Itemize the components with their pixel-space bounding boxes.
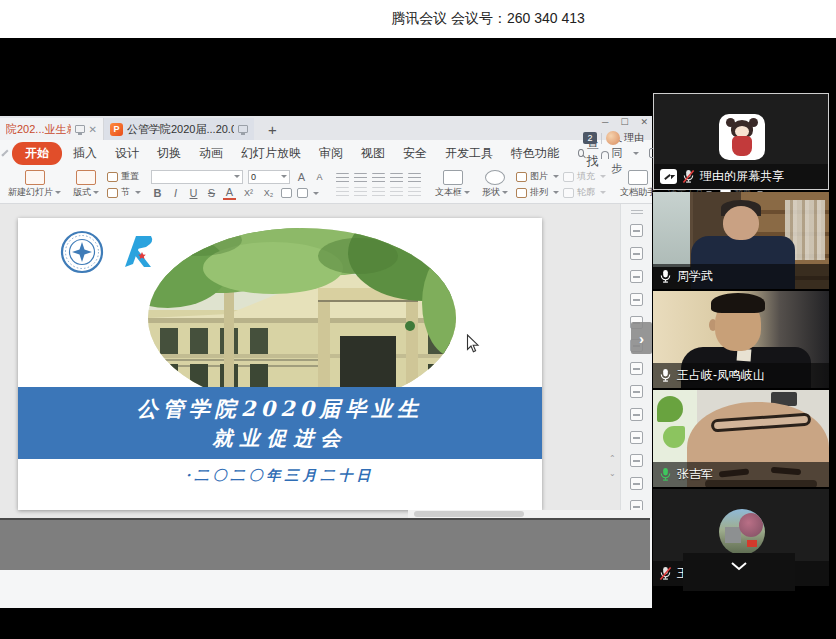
stamp-pane-icon[interactable] — [630, 293, 643, 306]
wps-account-chip[interactable]: 2 理由 — [583, 131, 644, 145]
document-tab-1[interactable]: 院202...业生就业促进会 ✕ — [0, 118, 104, 140]
avatar — [719, 509, 765, 555]
text-box-button[interactable]: 文本框 — [431, 170, 474, 199]
clear-format-icon[interactable] — [281, 188, 292, 198]
align-center-icon[interactable] — [354, 187, 367, 197]
ribbon-tab-animation[interactable]: 动画 — [190, 143, 232, 164]
ribbon-tab-security[interactable]: 安全 — [394, 143, 436, 164]
ribbon-tab-insert[interactable]: 插入 — [64, 143, 106, 164]
account-avatar — [606, 131, 620, 145]
quick-access-icon[interactable] — [1, 149, 8, 156]
message-count-badge: 2 — [583, 132, 597, 144]
image-pane-icon[interactable] — [630, 454, 643, 467]
animation-pane-icon[interactable] — [630, 224, 643, 237]
ribbon-tab-transition[interactable]: 切换 — [148, 143, 190, 164]
screen-share-indicator-icon — [660, 169, 677, 184]
shapes-button[interactable]: 形状 — [478, 170, 512, 199]
pane-grip-icon[interactable] — [631, 210, 643, 214]
font-size-select[interactable]: 0 — [248, 170, 290, 184]
emoji-pane-icon[interactable] — [630, 270, 643, 283]
fill-button[interactable]: 填充 — [563, 170, 606, 183]
bold-button[interactable]: B — [151, 187, 164, 199]
align-left-icon[interactable] — [336, 187, 349, 197]
justify-icon[interactable] — [390, 187, 403, 197]
participant-name: 王占岐-凤鸣岐山 — [677, 367, 765, 384]
screen-share-area: 院202...业生就业促进会 ✕ P 公管学院2020届...20.03.20）… — [0, 38, 836, 639]
participant-video[interactable]: 周学武 — [653, 192, 829, 289]
section-icon — [107, 188, 118, 198]
align-right-icon[interactable] — [372, 187, 385, 197]
ribbon-tab-home[interactable]: 开始 — [12, 142, 62, 165]
presenting-monitor-icon — [75, 125, 85, 133]
numbered-list-icon[interactable] — [354, 173, 367, 183]
layout-icon — [76, 170, 96, 185]
strikethrough-button[interactable]: S — [205, 187, 218, 199]
participant-name-bar: 王占岐-凤鸣岐山 — [653, 363, 829, 388]
slide[interactable]: 公管学院2020届毕业生 就业促进会 ·二〇二〇年三月二十日 — [18, 218, 542, 510]
reset-button[interactable]: 重置 — [107, 170, 141, 183]
export-pane-icon[interactable] — [630, 408, 643, 421]
cloud-icon — [601, 151, 609, 159]
layout-button[interactable]: 版式 — [69, 170, 103, 199]
italic-button[interactable]: I — [169, 187, 182, 199]
participant-name-bar: 理由的屏幕共享 — [654, 164, 828, 189]
slide-nav-arrows[interactable]: ⌃⌄ — [609, 454, 616, 478]
grow-font-button[interactable]: A — [295, 171, 308, 183]
wps-task-pane-strip — [620, 204, 652, 518]
audio-pane-icon[interactable] — [630, 477, 643, 490]
document-tab-2[interactable]: P 公管学院2020届...20.03.20） — [104, 118, 254, 140]
slide-title-line2: 就业促进会 — [213, 424, 348, 452]
ribbon-tab-features[interactable]: 特色功能 — [502, 143, 568, 164]
font-name-select[interactable] — [151, 170, 243, 184]
picture-button[interactable]: 图片 — [516, 170, 559, 183]
participant-video[interactable]: 理由的屏幕共享 — [653, 93, 829, 190]
media-pane-icon[interactable] — [630, 385, 643, 398]
outline-button[interactable]: 轮廓 — [563, 186, 606, 199]
new-tab-button[interactable]: + — [268, 121, 277, 140]
ribbon-tab-design[interactable]: 设计 — [106, 143, 148, 164]
text-box-icon — [443, 170, 463, 185]
participant-video[interactable]: 张吉军 — [653, 390, 829, 487]
subscript-button[interactable]: X₂ — [261, 188, 276, 198]
tab-close-icon[interactable]: ✕ — [89, 124, 97, 135]
bullet-list-icon[interactable] — [336, 173, 349, 183]
selection-pane-icon[interactable] — [630, 247, 643, 260]
slide-date: ·二〇二〇年三月二十日 — [18, 467, 542, 485]
horizontal-scrollbar[interactable] — [408, 510, 652, 518]
ribbon-tab-review[interactable]: 审阅 — [310, 143, 352, 164]
ribbon-tab-view[interactable]: 视图 — [352, 143, 394, 164]
slide-title-band: 公管学院2020届毕业生 就业促进会 — [18, 387, 542, 459]
paragraph-group — [336, 168, 421, 201]
shrink-font-button[interactable]: A — [313, 172, 326, 182]
ribbon-tab-devtools[interactable]: 开发工具 — [436, 143, 502, 164]
close-button[interactable]: ✕ — [640, 117, 648, 127]
line-spacing-icon[interactable] — [408, 173, 421, 183]
arrange-button[interactable]: 排列 — [516, 186, 559, 199]
wps-presentation-icon: P — [110, 123, 123, 136]
font-color-button[interactable]: A — [223, 187, 236, 200]
participant-name-bar: 张吉军 — [653, 462, 829, 487]
participant-video[interactable]: 王占岐-凤鸣岐山 — [653, 291, 829, 388]
meeting-id-text: 腾讯会议 会议号：260 340 413 — [391, 10, 585, 28]
collapse-videos-button[interactable] — [683, 553, 795, 591]
underline-button[interactable]: U — [187, 187, 200, 199]
new-slide-icon — [25, 170, 45, 185]
reset-icon — [107, 172, 118, 182]
increase-indent-icon[interactable] — [390, 173, 403, 183]
ribbon-tab-slideshow[interactable]: 幻灯片放映 — [232, 143, 310, 164]
participant-video-panel: 理由的屏幕共享 周学武 — [653, 93, 829, 593]
section-button[interactable]: 节 — [107, 186, 141, 199]
arrange-icon — [516, 188, 527, 198]
maximize-button[interactable]: ☐ — [620, 117, 628, 127]
new-slide-button[interactable]: 新建幻灯片 — [4, 170, 65, 199]
doc-assistant-icon — [628, 170, 648, 185]
superscript-button[interactable]: X² — [241, 188, 256, 198]
columns-icon[interactable] — [408, 187, 421, 197]
participant-name: 周学武 — [677, 268, 713, 285]
properties-pane-icon[interactable] — [630, 362, 643, 375]
comment-pane-icon[interactable] — [630, 431, 643, 444]
minimize-button[interactable]: ─ — [602, 117, 608, 127]
video-panel-toggle-button[interactable]: › — [631, 322, 652, 354]
decrease-indent-icon[interactable] — [372, 173, 385, 183]
text-effects-icon[interactable] — [297, 188, 308, 198]
